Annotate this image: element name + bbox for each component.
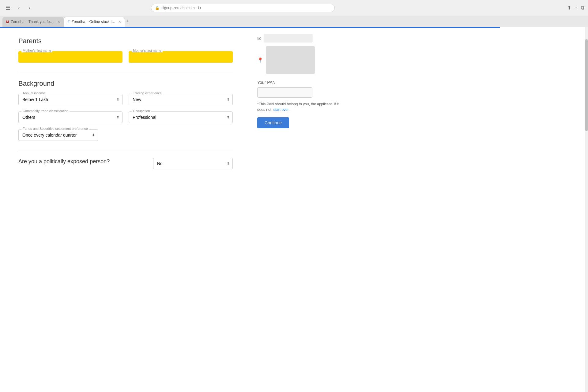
mother-last-name-input[interactable] — [129, 51, 233, 63]
mother-last-name-field: Mother's last name — [129, 51, 233, 63]
sidebar-toggle-btn[interactable]: ☰ — [4, 4, 12, 12]
commodity-label: Commodity trade classification — [21, 109, 70, 113]
funds-row: Funds and Securities settlement preferen… — [18, 129, 233, 141]
email-icon: ✉ — [257, 36, 261, 41]
tabs-overview-btn[interactable]: ⧉ — [581, 5, 584, 11]
back-btn[interactable]: ‹ — [15, 4, 23, 12]
pep-question: Are you a politically exposed person? — [18, 158, 144, 165]
parents-section: Parents Mother's first name Mother's las… — [18, 37, 233, 63]
email-input-placeholder — [264, 34, 313, 43]
funds-label: Funds and Securities settlement preferen… — [21, 127, 89, 130]
mother-first-name-input[interactable] — [18, 51, 123, 63]
reload-btn[interactable]: ↻ — [198, 6, 201, 10]
location-row: 📍 — [257, 46, 343, 74]
your-pan-label: Your PAN — [257, 80, 343, 85]
address-placeholder — [266, 46, 315, 74]
url-text: signup.zerodha.com — [161, 6, 194, 10]
tab-zerodha-close[interactable]: × — [119, 19, 121, 24]
occupation-select[interactable]: Professional Business Agriculturist Reti… — [129, 111, 233, 123]
main-container: Parents Mother's first name Mother's las… — [0, 28, 588, 392]
new-tab-btn[interactable]: ＋ — [574, 5, 579, 11]
mother-first-name-field: Mother's first name — [18, 51, 123, 63]
section-divider-1 — [18, 72, 233, 72]
gmail-favicon: M — [6, 20, 9, 24]
trading-experience-label: Trading experience — [132, 91, 163, 95]
pan-card-area: ✉ 📍 — [257, 34, 343, 74]
scrollbar-track[interactable] — [585, 27, 588, 392]
tab-zerodha[interactable]: Z Zerodha – Online stock trading at lowe… — [64, 17, 125, 27]
commodity-select[interactable]: Others Farmer Trader Processor Broker — [18, 111, 123, 123]
pan-section: Your PAN *This PAN should belong to you,… — [257, 80, 343, 128]
section-divider-2 — [18, 150, 233, 150]
annual-income-label: Annual income — [21, 91, 46, 95]
income-trading-row: Annual income Below 1 Lakh 1-5 Lakh 5-10… — [18, 94, 233, 105]
funds-field: Funds and Securities settlement preferen… — [18, 129, 98, 141]
annual-income-select[interactable]: Below 1 Lakh 1-5 Lakh 5-10 Lakh 10-25 La… — [18, 94, 123, 105]
email-row: ✉ — [257, 34, 343, 43]
browser-chrome: ☰ ‹ › 🔒 signup.zerodha.com ↻ ⬆ ＋ ⧉ — [0, 0, 588, 16]
pan-note-text: *This PAN should belong to you, the appl… — [257, 102, 339, 112]
tab-gmail[interactable]: M Zerodha – Thank you for registering wi… — [2, 17, 64, 27]
content-area: Parents Mother's first name Mother's las… — [0, 28, 251, 392]
tab-bar: M Zerodha – Thank you for registering wi… — [0, 16, 588, 27]
parents-section-title: Parents — [18, 37, 233, 45]
right-sidebar: ✉ 📍 Your PAN *This PAN should belong to … — [251, 28, 349, 392]
trading-experience-field: Trading experience New 1-2 years 2-5 yea… — [129, 94, 233, 105]
commodity-occupation-row: Commodity trade classification Others Fa… — [18, 111, 233, 123]
mother-last-name-label: Mother's last name — [132, 49, 163, 52]
pan-note-end: . — [288, 107, 289, 112]
background-section: Background Annual income Below 1 Lakh 1-… — [18, 80, 233, 141]
add-tab-btn[interactable]: + — [126, 18, 130, 24]
funds-select[interactable]: Once every calendar quarter 30 days 60 d… — [18, 129, 98, 141]
address-bar[interactable]: 🔒 signup.zerodha.com ↻ — [151, 4, 335, 12]
commodity-field: Commodity trade classification Others Fa… — [18, 111, 123, 123]
background-section-title: Background — [18, 80, 233, 88]
parents-form-row: Mother's first name Mother's last name — [18, 51, 233, 63]
mother-first-name-label: Mother's first name — [21, 49, 52, 52]
pan-note: *This PAN should belong to you, the appl… — [257, 101, 343, 112]
pep-section: Are you a politically exposed person? No… — [18, 158, 233, 169]
occupation-label: Occupation — [132, 109, 151, 113]
start-over-link[interactable]: start over — [273, 107, 288, 112]
forward-btn[interactable]: › — [25, 4, 34, 12]
tab-gmail-title: Zerodha – Thank you for registering with… — [11, 20, 55, 24]
lock-icon: 🔒 — [155, 6, 160, 10]
pep-select-wrapper: No Yes — [153, 158, 233, 169]
share-btn[interactable]: ⬆ — [567, 5, 571, 11]
scrollbar-thumb[interactable] — [585, 39, 588, 131]
trading-experience-select[interactable]: New 1-2 years 2-5 years 5+ years — [129, 94, 233, 105]
occupation-field: Occupation Professional Business Agricul… — [129, 111, 233, 123]
pan-input[interactable] — [257, 87, 312, 98]
continue-button[interactable]: Continue — [257, 117, 289, 128]
location-icon: 📍 — [257, 57, 263, 63]
annual-income-field: Annual income Below 1 Lakh 1-5 Lakh 5-10… — [18, 94, 123, 105]
pep-select[interactable]: No Yes — [153, 158, 233, 169]
tab-zerodha-title: Zerodha – Online stock trading at lowest… — [72, 20, 115, 24]
tab-gmail-close[interactable]: × — [58, 19, 60, 24]
zerodha-favicon: Z — [68, 20, 70, 24]
